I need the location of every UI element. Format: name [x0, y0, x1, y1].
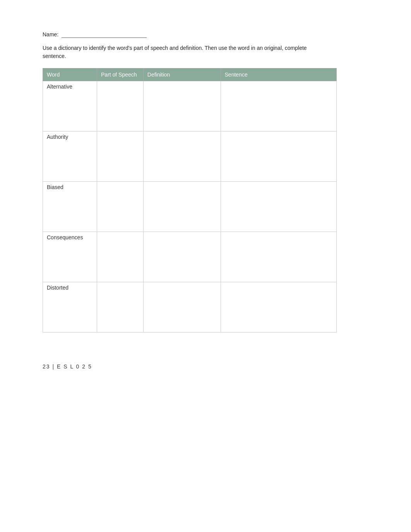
word-cell-3: Consequences: [43, 232, 97, 282]
col-header-def: Definition: [143, 68, 221, 81]
table-row: Biased: [43, 182, 337, 232]
instruction-text: Use a dictionary to identify the word's …: [43, 44, 325, 60]
word-cell-2: Biased: [43, 182, 97, 232]
pos-cell-1[interactable]: [97, 131, 143, 182]
def-cell-2[interactable]: [143, 182, 221, 232]
pos-cell-4[interactable]: [97, 282, 143, 332]
table-row: Authority: [43, 131, 337, 182]
table-row: Distorted: [43, 282, 337, 332]
sent-cell-4[interactable]: [221, 282, 336, 332]
word-cell-1: Authority: [43, 131, 97, 182]
name-underline: [62, 31, 147, 38]
def-cell-1[interactable]: [143, 131, 221, 182]
table-row: Alternative: [43, 81, 337, 131]
sent-cell-0[interactable]: [221, 81, 336, 131]
table-row: Consequences: [43, 232, 337, 282]
sent-cell-1[interactable]: [221, 131, 336, 182]
footer: 23 | E S L 0 2 5: [43, 363, 368, 370]
sent-cell-3[interactable]: [221, 232, 336, 282]
name-label: Name:: [43, 31, 58, 38]
name-row: Name:: [43, 31, 368, 38]
pos-cell-2[interactable]: [97, 182, 143, 232]
col-header-sent: Sentence: [221, 68, 336, 81]
table-header-row: Word Part of Speech Definition Sentence: [43, 68, 337, 81]
footer-text: 23 | E S L 0 2 5: [43, 363, 92, 370]
col-header-word: Word: [43, 68, 97, 81]
vocabulary-table: Word Part of Speech Definition Sentence …: [43, 68, 337, 332]
pos-cell-3[interactable]: [97, 232, 143, 282]
def-cell-3[interactable]: [143, 232, 221, 282]
def-cell-4[interactable]: [143, 282, 221, 332]
def-cell-0[interactable]: [143, 81, 221, 131]
pos-cell-0[interactable]: [97, 81, 143, 131]
sent-cell-2[interactable]: [221, 182, 336, 232]
word-cell-4: Distorted: [43, 282, 97, 332]
word-cell-0: Alternative: [43, 81, 97, 131]
col-header-pos: Part of Speech: [97, 68, 143, 81]
